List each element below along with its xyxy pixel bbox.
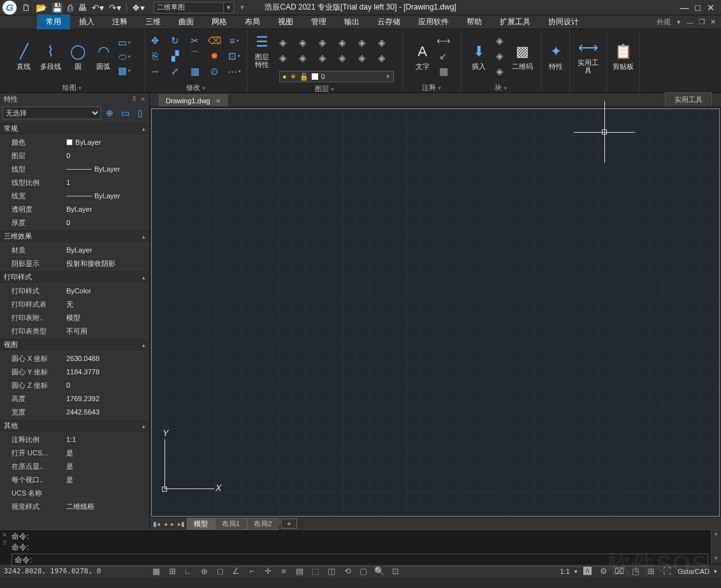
redo-icon[interactable]: ↷▾ xyxy=(109,3,121,13)
iso-icon[interactable]: ◳ xyxy=(630,566,641,577)
panel-block-label[interactable]: 块▼ xyxy=(464,82,539,92)
tab-cloud[interactable]: 云存储 xyxy=(368,15,409,29)
tab-3d[interactable]: 三维 xyxy=(136,15,170,29)
prop-value[interactable]: 无 xyxy=(64,300,149,309)
prop-row[interactable]: 线型比例1 xyxy=(0,175,149,189)
save-icon[interactable]: 💾 xyxy=(52,3,62,13)
polar-icon[interactable]: ⊕ xyxy=(198,566,210,577)
coordinates[interactable]: 3242.8028, 1976.0278, 0 xyxy=(4,567,150,575)
tab-home[interactable]: 常用 xyxy=(37,15,70,29)
ortho-icon[interactable]: ∟ xyxy=(182,566,194,577)
pin-icon[interactable]: ⊼ xyxy=(132,96,136,103)
workspace-combo[interactable]: ▼ xyxy=(154,2,234,13)
prop-value[interactable]: 0 xyxy=(64,381,149,389)
cmd-handle[interactable]: ✕⠿ xyxy=(0,530,9,564)
doc-close-icon[interactable]: ✕ xyxy=(710,18,716,26)
saveas-icon[interactable]: ⎙ xyxy=(68,3,73,13)
prop-value[interactable]: ByLayer xyxy=(64,192,149,200)
offset-icon[interactable]: ⊙ xyxy=(208,66,221,77)
prop-group-header[interactable]: 三维效果▴ xyxy=(0,230,149,243)
prop-value[interactable]: 2442.5643 xyxy=(64,408,149,416)
leader-icon[interactable]: ↙ xyxy=(437,50,450,62)
prop-value[interactable]: ByLayer xyxy=(64,246,149,254)
util-button[interactable]: ⟷实用工具 xyxy=(572,38,604,75)
prop-group-header[interactable]: 打印样式▴ xyxy=(0,270,149,284)
cmd-scrollbar[interactable]: ▴▾ xyxy=(711,530,721,564)
prop-value[interactable]: ByLayer xyxy=(64,165,149,173)
prop-group-header[interactable]: 常规▴ xyxy=(0,122,149,135)
scale-icon[interactable]: ⤢ xyxy=(169,66,182,77)
ducs-icon[interactable]: ⌐ xyxy=(246,566,258,577)
magnify-icon[interactable]: 🔍 xyxy=(374,566,385,577)
misc1-icon[interactable]: ≡▾ xyxy=(228,35,241,47)
doc-minimize-icon[interactable]: — xyxy=(687,18,694,26)
gear-icon[interactable]: ⚙ xyxy=(598,566,609,577)
pick-icon[interactable]: ▯ xyxy=(134,107,147,119)
tab-annotate[interactable]: 注释 xyxy=(103,15,136,29)
selection-filter[interactable]: 无选择 xyxy=(3,107,101,119)
tab-view[interactable]: 视图 xyxy=(269,15,302,29)
move-icon[interactable]: ✥ xyxy=(149,35,162,47)
prop-row[interactable]: 高度1769.2392 xyxy=(0,392,149,405)
prop-value[interactable]: 不可用 xyxy=(64,327,149,336)
first-icon[interactable]: ▮◂ xyxy=(151,520,162,527)
prop-row[interactable]: 线宽ByLayer xyxy=(0,189,149,202)
hatch-icon[interactable]: ▦▾ xyxy=(118,65,131,77)
erase-icon[interactable]: ⌫ xyxy=(208,35,221,47)
prop-row[interactable]: 打印表附..模型 xyxy=(0,311,149,324)
dim-icon[interactable]: ⊡ xyxy=(390,566,401,577)
tab-layout[interactable]: 布局 xyxy=(236,15,269,29)
tab-apps[interactable]: 应用软件 xyxy=(409,15,458,29)
l8-icon[interactable]: ◈ xyxy=(296,52,309,64)
select-icon[interactable]: ▭ xyxy=(119,107,131,119)
properties-body[interactable]: 常规▴颜色ByLayer图层0线型ByLayer线型比例1线宽ByLayer透明… xyxy=(0,121,149,529)
prop-row[interactable]: 圆心 Z 坐标0 xyxy=(0,378,149,392)
workspace-icon[interactable]: ❖▾ xyxy=(132,3,145,13)
layer-props-button[interactable]: ☰图层 特性 xyxy=(251,32,273,70)
l1-icon[interactable]: ◈ xyxy=(277,37,289,48)
clean-icon[interactable]: ⌧ xyxy=(614,566,625,577)
annoscale-display[interactable]: 1:1 xyxy=(560,568,570,575)
explode-icon[interactable]: ✸ xyxy=(208,50,221,62)
qat-dropdown-icon[interactable]: ▼ xyxy=(239,4,245,11)
l12-icon[interactable]: ◈ xyxy=(375,52,388,64)
workspace-dropdown-icon[interactable]: ▼ xyxy=(224,2,234,13)
rotate-icon[interactable]: ↻ xyxy=(169,35,182,47)
model-tab[interactable]: 模型 xyxy=(187,518,215,530)
prop-row[interactable]: 圆心 Y 坐标1184.3778 xyxy=(0,365,149,378)
b1-icon[interactable]: ◈ xyxy=(493,35,506,47)
b3-icon[interactable]: ◈ xyxy=(493,66,506,77)
prop-row[interactable]: 每个视口..是 xyxy=(0,473,149,486)
panel-draw-label[interactable]: 绘图▼ xyxy=(3,82,142,92)
layout1-tab[interactable]: 布局1 xyxy=(215,518,247,530)
hw-icon[interactable]: ⊞ xyxy=(646,566,657,577)
misc2-icon[interactable]: ⊡▾ xyxy=(228,50,241,62)
open-icon[interactable]: 📂 xyxy=(36,3,47,13)
misc3-icon[interactable]: ⋯▾ xyxy=(228,66,241,77)
prop-group-header[interactable]: 其他▴ xyxy=(0,419,149,432)
tab-mesh[interactable]: 网格 xyxy=(203,15,236,29)
minimize-icon[interactable]: — xyxy=(680,3,689,13)
prop-value[interactable]: 是 xyxy=(64,462,149,471)
l6-icon[interactable]: ◈ xyxy=(375,37,388,48)
qp-icon[interactable]: ⬚ xyxy=(310,566,321,577)
prop-value[interactable]: 0 xyxy=(64,152,149,159)
tab-output[interactable]: 输出 xyxy=(335,15,368,29)
l7-icon[interactable]: ◈ xyxy=(277,52,289,64)
undo-icon[interactable]: ↶▾ xyxy=(92,3,104,13)
prop-value[interactable]: 投射和接收阴影 xyxy=(64,259,149,268)
last-icon[interactable]: ▸▮ xyxy=(176,520,187,527)
prop-row[interactable]: 厚度0 xyxy=(0,216,149,229)
prop-value[interactable]: 1184.3778 xyxy=(64,368,149,376)
sc-icon[interactable]: ◫ xyxy=(326,566,337,577)
text-button[interactable]: A文字 xyxy=(412,41,433,71)
panel-modify-label[interactable]: 修改▼ xyxy=(148,82,244,92)
prop-row[interactable]: UCS 名称 xyxy=(0,486,149,499)
doc-tab[interactable]: Drawing1.dwg✕ xyxy=(159,94,228,107)
prop-row[interactable]: 打印表类型不可用 xyxy=(0,324,149,337)
l10-icon[interactable]: ◈ xyxy=(336,52,349,64)
layer-selector[interactable]: ● ☀ 🔓 0 ▼ xyxy=(279,71,394,82)
prop-row[interactable]: 打开 UCS...是 xyxy=(0,446,149,459)
table-icon[interactable]: ▦ xyxy=(437,66,450,77)
array-icon[interactable]: ▦ xyxy=(189,66,201,77)
